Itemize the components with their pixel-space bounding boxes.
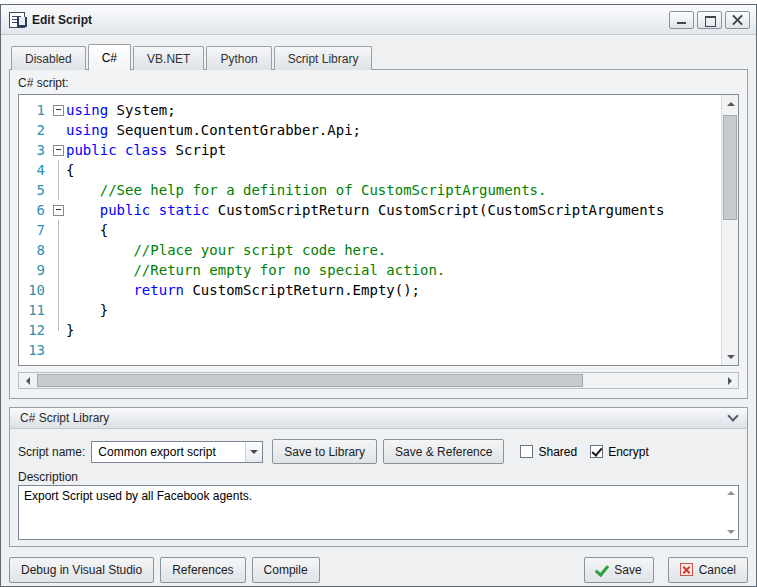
code-line: 5 //See help for a definition of CustomS…	[19, 180, 721, 200]
compile-button[interactable]: Compile	[252, 557, 320, 583]
window-title: Edit Script	[32, 13, 92, 27]
library-panel-header[interactable]: C# Script Library	[10, 408, 747, 429]
editor-label: C# script:	[18, 76, 69, 90]
line-number: 4	[19, 162, 51, 178]
line-number: 7	[19, 222, 51, 238]
mini-scroll-down-icon[interactable]	[727, 530, 735, 538]
save-and-reference-button[interactable]: Save & Reference	[383, 439, 504, 464]
maximize-icon[interactable]	[697, 11, 722, 29]
fold-margin	[51, 240, 66, 260]
fold-margin	[51, 320, 66, 340]
code-text: {	[66, 162, 74, 178]
code-line: 3public class Script	[19, 140, 721, 160]
code-text: //Return empty for no special action.	[66, 262, 445, 278]
tab-python[interactable]: Python	[206, 46, 271, 70]
code-fold-icon[interactable]	[51, 100, 66, 120]
tab-page: C# script: 1using System;2using Sequentu…	[9, 69, 748, 399]
combo-dropdown-icon[interactable]	[245, 442, 262, 462]
encrypt-checkbox-label: Encrypt	[608, 445, 649, 459]
scroll-left-icon[interactable]	[19, 372, 36, 389]
code-line: 8 //Place your script code here.	[19, 240, 721, 260]
line-number: 5	[19, 182, 51, 198]
code-line: 12}	[19, 320, 721, 340]
code-text: using System;	[66, 102, 176, 118]
code-line: 7 {	[19, 220, 721, 240]
fold-margin	[51, 160, 66, 180]
code-line: 13	[19, 340, 721, 360]
code-text: }	[66, 322, 74, 338]
save-check-icon	[596, 564, 608, 576]
line-number: 12	[19, 322, 51, 338]
window-controls	[669, 11, 750, 29]
mini-scroll-up-icon[interactable]	[727, 487, 735, 495]
minimize-icon[interactable]	[669, 11, 694, 29]
scroll-right-icon[interactable]	[721, 372, 738, 389]
cancel-x-icon	[680, 563, 693, 576]
shared-checkbox-label: Shared	[538, 445, 577, 459]
line-number: 1	[19, 102, 51, 118]
save-button[interactable]: Save	[584, 557, 653, 583]
vertical-scrollbar[interactable]	[721, 95, 738, 365]
tab-csharp[interactable]: C#	[88, 44, 131, 71]
code-line: 2using Sequentum.ContentGrabber.Api;	[19, 120, 721, 140]
script-name-value: Common export script	[98, 445, 215, 459]
horizontal-scroll-thumb[interactable]	[37, 374, 583, 387]
fold-margin	[51, 280, 66, 300]
scroll-down-icon[interactable]	[722, 348, 739, 365]
tab-vbnet[interactable]: VB.NET	[133, 46, 204, 70]
tab-disabled[interactable]: Disabled	[11, 46, 86, 70]
code-line: 10 return CustomScriptReturn.Empty();	[19, 280, 721, 300]
scroll-up-icon[interactable]	[722, 95, 739, 112]
script-app-icon	[9, 12, 25, 28]
code-line: 11 }	[19, 300, 721, 320]
script-name-label: Script name:	[18, 445, 85, 459]
horizontal-scrollbar[interactable]	[18, 372, 739, 389]
library-controls-row: Script name: Common export script Save t…	[18, 439, 739, 464]
save-button-label: Save	[614, 563, 641, 577]
code-text: return CustomScriptReturn.Empty();	[66, 282, 420, 298]
close-icon[interactable]	[725, 11, 750, 29]
title-bar[interactable]: Edit Script	[1, 5, 756, 35]
footer-left-buttons: Debug in Visual Studio References Compil…	[9, 557, 320, 583]
script-name-select[interactable]: Common export script	[91, 441, 263, 463]
vertical-scroll-thumb[interactable]	[723, 115, 737, 220]
encrypt-checkbox[interactable]: Encrypt	[590, 445, 649, 459]
code-editor[interactable]: 1using System;2using Sequentum.ContentGr…	[18, 94, 739, 366]
debug-in-visual-studio-button[interactable]: Debug in Visual Studio	[9, 557, 154, 583]
code-text: }	[66, 302, 108, 318]
tab-script-library[interactable]: Script Library	[274, 46, 373, 70]
code-fold-icon[interactable]	[51, 200, 66, 220]
fold-margin	[51, 260, 66, 280]
code-line: 4{	[19, 160, 721, 180]
code-text: //Place your script code here.	[66, 242, 386, 258]
shared-checkbox-box[interactable]	[520, 445, 533, 458]
fold-margin	[51, 220, 66, 240]
code-line: 1using System;	[19, 100, 721, 120]
cancel-button[interactable]: Cancel	[668, 557, 748, 583]
code-fold-icon[interactable]	[51, 140, 66, 160]
fold-margin	[51, 120, 66, 140]
code-text: public class Script	[66, 142, 226, 158]
code-text: //See help for a definition of CustomScr…	[66, 182, 546, 198]
fold-margin	[51, 180, 66, 200]
description-label: Description	[18, 470, 78, 484]
references-button[interactable]: References	[160, 557, 245, 583]
code-line: 9 //Return empty for no special action.	[19, 260, 721, 280]
line-number: 2	[19, 122, 51, 138]
description-scrollbar[interactable]	[724, 486, 738, 539]
line-number: 3	[19, 142, 51, 158]
cancel-button-label: Cancel	[699, 563, 736, 577]
tab-strip: Disabled C# VB.NET Python Script Library	[11, 43, 374, 70]
chevron-down-icon[interactable]	[727, 410, 738, 421]
edit-script-dialog: Edit Script Disabled C# VB.NET Python Sc…	[0, 4, 757, 587]
encrypt-checkbox-box[interactable]	[590, 445, 603, 458]
description-textarea[interactable]: Export Script used by all Facebook agent…	[18, 485, 739, 540]
line-number: 9	[19, 262, 51, 278]
line-number: 11	[19, 302, 51, 318]
script-library-panel: C# Script Library Script name: Common ex…	[9, 407, 748, 547]
line-number: 10	[19, 282, 51, 298]
line-number: 6	[19, 202, 51, 218]
shared-checkbox[interactable]: Shared	[520, 445, 577, 459]
save-to-library-button[interactable]: Save to Library	[272, 439, 377, 464]
line-number: 13	[19, 342, 51, 358]
